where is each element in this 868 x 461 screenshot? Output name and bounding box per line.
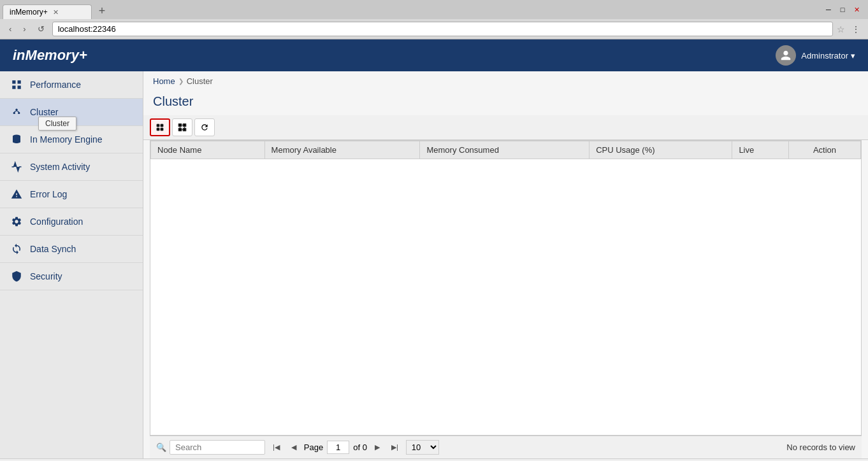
col-live: Live [732, 141, 789, 159]
col-memory-consumed: Memory Consumed [420, 141, 590, 159]
sidebar-item-data-synch[interactable]: Data Synch [0, 236, 143, 263]
sidebar-label-configuration: Configuration [30, 216, 83, 227]
next-page-btn[interactable]: ▶ [371, 441, 384, 453]
svg-rect-10 [178, 124, 182, 127]
app-logo: inMemory+ [13, 47, 87, 64]
breadcrumb-home[interactable]: Home [153, 76, 175, 86]
search-area: 🔍 [156, 440, 265, 455]
svg-rect-11 [183, 124, 186, 127]
forward-btn[interactable]: › [19, 22, 29, 36]
app-header: inMemory+ Adminstrator ▾ [0, 39, 868, 71]
col-node-name: Node Name [151, 141, 265, 159]
address-input[interactable] [52, 22, 833, 36]
status-bar: javascript:void(0) [0, 458, 868, 461]
menu-btn[interactable]: ⋮ [849, 23, 863, 36]
sidebar-item-error-log[interactable]: Error Log [0, 181, 143, 208]
svg-line-4 [17, 111, 19, 112]
sidebar-label-performance: Performance [30, 80, 81, 90]
user-area: Adminstrator ▾ [776, 45, 855, 66]
cluster-tooltip: Cluster [38, 117, 76, 131]
col-action: Action [789, 141, 861, 159]
reload-btn[interactable]: ↺ [34, 22, 48, 36]
no-records-label: No records to view [786, 443, 855, 452]
browser-chrome: inMemory+ ✕ + ─ □ ✕ ‹ › ↺ ☆ ⋮ [0, 0, 868, 39]
bookmark-btn[interactable]: ☆ [837, 24, 845, 34]
sidebar-item-security[interactable]: Security [0, 263, 143, 290]
sidebar-label-cluster: Cluster [30, 107, 58, 117]
back-btn[interactable]: ‹ [5, 22, 15, 36]
user-dropdown[interactable]: Adminstrator ▾ [801, 51, 855, 60]
svg-rect-13 [183, 128, 186, 131]
user-label: Adminstrator [801, 51, 848, 60]
col-memory-available: Memory Available [264, 141, 420, 159]
svg-rect-8 [157, 128, 159, 131]
win-close-btn[interactable]: ✕ [851, 4, 862, 15]
sidebar-item-cluster[interactable]: Cluster Cluster [0, 99, 143, 126]
address-bar: ‹ › ↺ ☆ ⋮ [0, 19, 868, 39]
grid-icon [10, 78, 24, 92]
page-label: Page [304, 443, 323, 452]
svg-rect-9 [161, 128, 163, 131]
breadcrumb-sep: ❯ [178, 78, 184, 85]
svg-point-1 [13, 112, 15, 114]
win-maximize-btn[interactable]: □ [837, 4, 848, 15]
first-page-btn[interactable]: |◀ [269, 441, 284, 453]
activity-icon [10, 160, 24, 174]
sidebar-label-data-synch: Data Synch [30, 244, 76, 254]
refresh-button[interactable] [194, 118, 215, 136]
page-size-select[interactable]: 10 25 50 100 [406, 440, 439, 455]
pagination-bar: 🔍 |◀ ◀ Page of 0 ▶ ▶| 10 25 50 100 No re… [150, 436, 862, 458]
svg-line-3 [14, 111, 17, 112]
topology-button[interactable] [172, 118, 192, 136]
app-container: inMemory+ Adminstrator ▾ Performance [0, 39, 868, 458]
of-label: of 0 [353, 443, 367, 452]
prev-page-btn[interactable]: ◀ [287, 441, 300, 453]
browser-tab[interactable]: inMemory+ ✕ [3, 4, 92, 19]
sidebar-item-performance[interactable]: Performance [0, 71, 143, 99]
sidebar-label-security: Security [30, 271, 62, 281]
svg-rect-7 [161, 124, 163, 127]
breadcrumb: Home ❯ Cluster [143, 71, 868, 91]
cluster-table: Node Name Memory Available Memory Consum… [150, 141, 861, 159]
sidebar-item-configuration[interactable]: Configuration [0, 208, 143, 236]
add-node-button[interactable] [150, 118, 170, 136]
new-tab-btn[interactable]: + [93, 3, 111, 19]
toolbar [143, 115, 868, 140]
main-content: Home ❯ Cluster Cluster [143, 71, 868, 458]
page-title: Cluster [143, 91, 868, 115]
tab-title: inMemory+ [10, 8, 48, 17]
dropdown-arrow-icon: ▾ [851, 51, 855, 60]
search-icon: 🔍 [156, 443, 166, 452]
sidebar: Performance Cluster Cluster In Memory En… [0, 71, 143, 458]
svg-rect-12 [178, 128, 182, 131]
page-number-input[interactable] [327, 441, 349, 454]
sidebar-label-system-activity: System Activity [30, 162, 90, 172]
data-table-container: Node Name Memory Available Memory Consum… [150, 140, 862, 436]
shield-icon [10, 269, 24, 283]
sidebar-label-in-memory-engine: In Memory Engine [30, 134, 103, 145]
svg-point-2 [18, 112, 20, 114]
svg-rect-6 [157, 124, 159, 127]
gear-icon [10, 215, 24, 229]
last-page-btn[interactable]: ▶| [387, 441, 402, 453]
win-minimize-btn[interactable]: ─ [823, 4, 834, 15]
breadcrumb-current: Cluster [187, 76, 213, 86]
user-avatar [776, 45, 796, 66]
warning-icon [10, 187, 24, 201]
sidebar-item-system-activity[interactable]: System Activity [0, 153, 143, 181]
app-body: Performance Cluster Cluster In Memory En… [0, 71, 868, 458]
search-input[interactable] [170, 440, 265, 455]
sidebar-label-error-log: Error Log [30, 189, 67, 199]
tab-close-btn[interactable]: ✕ [53, 8, 85, 17]
svg-point-0 [16, 109, 18, 111]
col-cpu-usage: CPU Usage (%) [590, 141, 732, 159]
nodes-icon [10, 105, 24, 119]
database-icon [10, 132, 24, 146]
sync-icon [10, 242, 24, 256]
